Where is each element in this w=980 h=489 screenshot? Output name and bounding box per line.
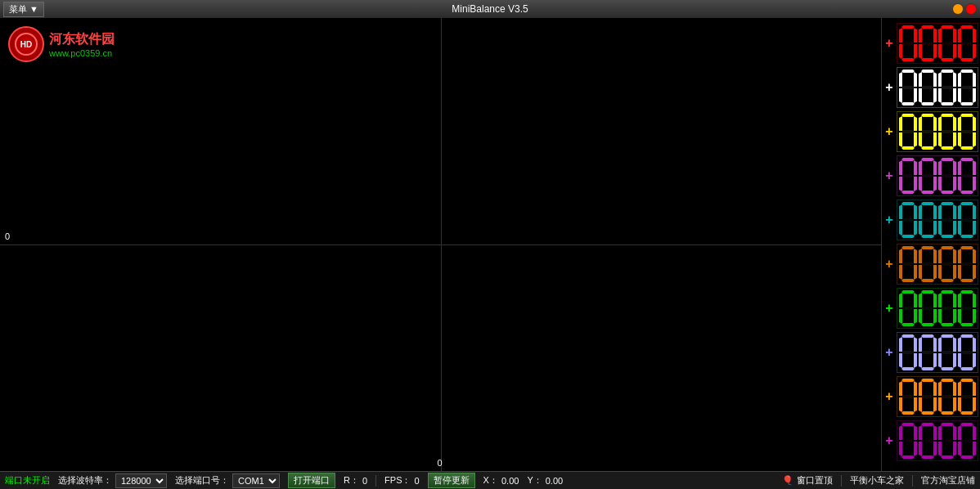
title-bar-title: MiniBalance V3.5 [452,3,528,15]
com-port-item: 选择端口号： COM1 [175,473,280,488]
port-status: 端口未开启 [5,474,50,487]
channel-plus-0[interactable]: + [883,36,895,51]
graph-area: HD 河东软件园 www.pc0359.cn 0 0 [0,18,882,471]
logo-circle: HD [8,26,44,62]
baud-rate-item: 选择波特率： 128000 9600 19200 38400 57600 115… [58,473,167,488]
channel-row-6: + [883,287,978,330]
r-label: R： [344,474,359,487]
minimize-button[interactable] [952,3,964,15]
balloon-icon: 🎈 [782,475,793,486]
main-area: HD 河东软件园 www.pc0359.cn 0 0 ++++++++++ [0,18,980,471]
seg-display-0 [897,23,978,64]
y-value-item: Y： 0.00 [527,474,563,487]
seg-display-2 [897,111,978,152]
site-name: 河东软件园 [49,31,115,48]
fps-label: FPS： [384,474,411,487]
x-axis-label: 0 [438,458,443,468]
logo-text: 河东软件园 www.pc0359.cn [49,31,115,58]
seg-display-3 [897,155,978,196]
channel-row-4: + [883,199,978,241]
divider-2 [841,475,842,487]
channel-row-8: + [883,375,978,418]
channel-plus-6[interactable]: + [883,301,895,316]
channel-plus-2[interactable]: + [883,124,895,139]
close-button[interactable] [965,3,977,15]
channel-plus-9[interactable]: + [883,433,895,448]
status-bar: 端口未开启 选择波特率： 128000 9600 19200 38400 576… [0,471,980,489]
seg-display-1 [897,67,978,108]
seg-display-7 [897,332,978,373]
seg-display-8 [897,376,978,417]
seg-display-5 [897,244,978,285]
title-bar: 菜单 ▼ MiniBalance V3.5 [0,0,980,18]
community-link[interactable]: 平衡小车之家 [850,474,904,487]
com-port-select[interactable]: COM1 [232,473,280,488]
y-label: Y： [527,474,542,487]
baud-rate-select[interactable]: 128000 9600 19200 38400 57600 115200 256… [115,473,167,488]
window-top-label: 窗口置顶 [797,474,833,487]
menu-button[interactable]: 菜单 ▼ [3,2,44,17]
seg-display-6 [897,288,978,329]
seg-display-9 [897,420,978,461]
v-grid-line [441,18,442,471]
fps-value: 0 [414,476,419,486]
x-value: 0.00 [501,476,519,486]
channel-row-2: + [883,110,978,153]
site-url: www.pc0359.cn [49,48,115,58]
seg-display-4 [897,200,978,240]
title-bar-left: 菜单 ▼ [3,2,44,17]
channel-plus-4[interactable]: + [883,213,895,227]
channel-plus-3[interactable]: + [883,168,895,183]
r-value: 0 [362,476,367,486]
watermark: HD 河东软件园 www.pc0359.cn [8,26,115,62]
watermark-logo: HD 河东软件园 www.pc0359.cn [8,26,115,62]
x-value-item: X： 0.00 [483,474,519,487]
channel-row-3: + [883,155,978,197]
x-label: X： [483,474,498,487]
open-port-button[interactable]: 打开端口 [288,473,335,488]
y-value: 0.00 [546,476,563,486]
channel-plus-7[interactable]: + [883,345,895,360]
channel-plus-1[interactable]: + [883,80,895,95]
com-port-label: 选择端口号： [175,474,229,487]
window-top-item[interactable]: 🎈 窗口置顶 [782,474,833,487]
right-panel: ++++++++++ [882,18,980,471]
baud-rate-label: 选择波特率： [58,474,112,487]
r-value-item: R： 0 [344,474,367,487]
fps-item: FPS： 0 [384,474,420,487]
channel-row-1: + [883,66,978,109]
channel-row-9: + [883,419,978,462]
channel-plus-5[interactable]: + [883,257,895,271]
pause-button[interactable]: 暂停更新 [428,473,475,488]
port-status-label: 端口未开启 [5,474,50,487]
channel-plus-8[interactable]: + [883,389,895,404]
shop-link[interactable]: 官方淘宝店铺 [921,474,975,487]
channel-row-7: + [883,331,978,374]
title-bar-controls [952,3,977,15]
channel-row-0: + [883,22,978,65]
svg-text:HD: HD [20,40,32,49]
divider-1 [375,475,376,487]
divider-3 [912,475,913,487]
y-axis-label: 0 [5,231,10,241]
channel-row-5: + [883,243,978,285]
